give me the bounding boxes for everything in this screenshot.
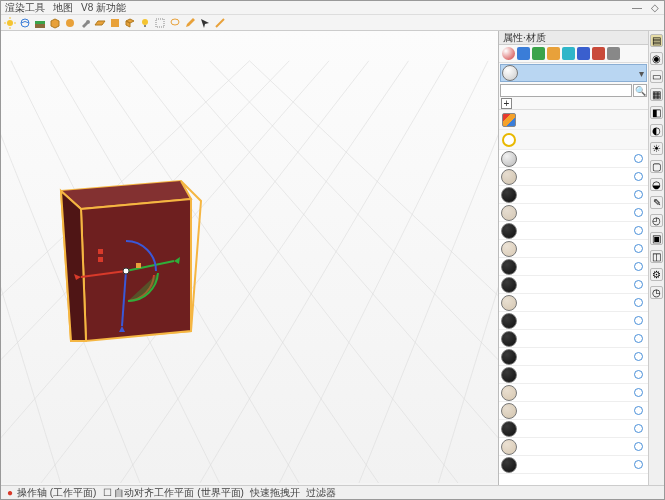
- material-row[interactable]: [499, 438, 648, 456]
- tab-sun-icon[interactable]: ☀: [650, 142, 663, 155]
- material-flag-icon: [634, 370, 643, 379]
- cat-settings-icon[interactable]: [607, 47, 620, 60]
- svg-point-10: [142, 19, 148, 25]
- tool-environment-icon[interactable]: [18, 16, 32, 30]
- tab-note-icon[interactable]: ✎: [650, 196, 663, 209]
- cat-box-icon[interactable]: [547, 47, 560, 60]
- tab-help-icon[interactable]: ◴: [650, 214, 663, 227]
- tool-sphere-icon[interactable]: [63, 16, 77, 30]
- tab-render-icon[interactable]: ◐: [650, 124, 663, 137]
- tab-camera-icon[interactable]: ▣: [650, 232, 663, 245]
- tool-arrow-icon[interactable]: [198, 16, 212, 30]
- tab-globe-icon[interactable]: ◉: [650, 52, 663, 65]
- current-material-row[interactable]: ▾: [500, 64, 647, 82]
- tab-clock-icon[interactable]: ◷: [650, 286, 663, 299]
- selected-box-object[interactable]: [41, 171, 221, 371]
- palette-ring-icon: [502, 133, 516, 147]
- material-flag-icon: [634, 226, 643, 235]
- cat-view-icon[interactable]: [562, 47, 575, 60]
- tab-gear-icon[interactable]: ⚙: [650, 268, 663, 281]
- tool-light-icon[interactable]: [138, 16, 152, 30]
- tab-diag-icon[interactable]: ◫: [650, 250, 663, 263]
- 3d-viewport[interactable]: [1, 31, 498, 485]
- material-flag-icon: [634, 424, 643, 433]
- material-row[interactable]: [499, 186, 648, 204]
- tool-edit-icon[interactable]: [123, 16, 137, 30]
- svg-rect-7: [35, 21, 45, 24]
- main-toolbar: [1, 15, 664, 31]
- material-row[interactable]: [499, 402, 648, 420]
- tool-clip-icon[interactable]: [153, 16, 167, 30]
- svg-rect-38: [98, 249, 103, 254]
- material-row[interactable]: [499, 240, 648, 258]
- material-row[interactable]: [499, 222, 648, 240]
- svg-point-5: [21, 19, 29, 27]
- tool-options-icon[interactable]: [213, 16, 227, 30]
- cat-sphere-icon[interactable]: [502, 47, 515, 60]
- material-row[interactable]: [499, 294, 648, 312]
- record-icon: ●: [5, 488, 15, 498]
- material-flag-icon: [634, 442, 643, 451]
- menu-item-v8-new[interactable]: V8 新功能: [81, 1, 126, 15]
- tool-box-icon[interactable]: [48, 16, 62, 30]
- tool-material-icon[interactable]: [108, 16, 122, 30]
- menu-item-map[interactable]: 地图: [53, 1, 73, 15]
- status-gumball[interactable]: ●操作轴 (工作平面): [5, 486, 96, 500]
- search-icon[interactable]: 🔍: [633, 84, 647, 97]
- material-row[interactable]: [499, 204, 648, 222]
- status-cplane[interactable]: ☐自动对齐工作平面 (世界平面): [102, 486, 243, 500]
- material-row[interactable]: [499, 348, 648, 366]
- tool-pencil-icon[interactable]: [183, 16, 197, 30]
- material-flag-icon: [634, 244, 643, 253]
- material-row[interactable]: [499, 168, 648, 186]
- tab-layers-icon[interactable]: ▤: [650, 34, 663, 47]
- material-thumb-icon: [501, 259, 517, 275]
- svg-point-13: [171, 19, 179, 25]
- tab-texture-icon[interactable]: ◧: [650, 106, 663, 119]
- window-minimize-icon[interactable]: ◇: [650, 3, 660, 13]
- palette-row-1[interactable]: [499, 110, 648, 130]
- tab-light-icon[interactable]: ◒: [650, 178, 663, 191]
- tab-folder-icon[interactable]: ▭: [650, 70, 663, 83]
- material-row[interactable]: [499, 420, 648, 438]
- material-row[interactable]: [499, 312, 648, 330]
- cat-cube-icon[interactable]: [577, 47, 590, 60]
- menu-item-render-tools[interactable]: 渲染工具: [5, 1, 45, 15]
- cat-arrow-icon[interactable]: [517, 47, 530, 60]
- status-drag[interactable]: 快速拖拽开: [250, 486, 300, 500]
- material-row[interactable]: [499, 150, 648, 168]
- material-row[interactable]: [499, 456, 648, 474]
- material-row[interactable]: [499, 330, 648, 348]
- svg-rect-6: [35, 24, 45, 28]
- tool-wrench-icon[interactable]: [78, 16, 92, 30]
- material-thumb-icon: [501, 403, 517, 419]
- cat-layers-icon[interactable]: [532, 47, 545, 60]
- svg-point-37: [123, 268, 129, 274]
- cat-texture-icon[interactable]: [592, 47, 605, 60]
- tab-doc-icon[interactable]: ▢: [650, 160, 663, 173]
- add-material-button[interactable]: +: [501, 98, 512, 109]
- material-row[interactable]: [499, 258, 648, 276]
- status-filter[interactable]: 过滤器: [306, 486, 336, 500]
- tool-sun-icon[interactable]: [3, 16, 17, 30]
- material-flag-icon: [634, 460, 643, 469]
- material-thumb-icon: [501, 421, 517, 437]
- material-row[interactable]: [499, 366, 648, 384]
- tab-grid-icon[interactable]: ▦: [650, 88, 663, 101]
- material-thumb-icon: [501, 313, 517, 329]
- material-row[interactable]: [499, 384, 648, 402]
- palette-row-2[interactable]: [499, 130, 648, 150]
- material-row[interactable]: [499, 276, 648, 294]
- material-flag-icon: [634, 298, 643, 307]
- tool-lasso-icon[interactable]: [168, 16, 182, 30]
- tool-plane-icon[interactable]: [93, 16, 107, 30]
- current-material-swatch: [502, 65, 518, 81]
- svg-rect-11: [144, 25, 146, 27]
- material-thumb-icon: [501, 241, 517, 257]
- tool-ground-icon[interactable]: [33, 16, 47, 30]
- material-flag-icon: [634, 334, 643, 343]
- material-search-input[interactable]: [500, 84, 632, 97]
- material-list[interactable]: [499, 150, 648, 485]
- window-menu-icon[interactable]: —: [632, 3, 642, 13]
- dropdown-icon[interactable]: ▾: [636, 68, 646, 79]
